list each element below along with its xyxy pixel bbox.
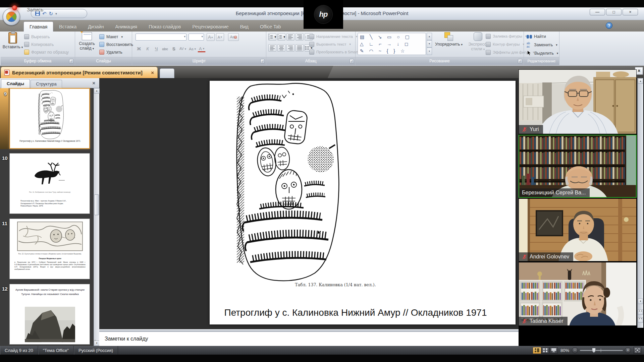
- figure-caption: Табл. 137. Калиновка (1/4 нат. вел.).: [265, 282, 406, 287]
- tab-view[interactable]: Вид: [234, 22, 254, 32]
- slide-9-thumbnail[interactable]: Петроглиф у с. Калиновка Нижний Амур // …: [9, 88, 90, 149]
- format-painter-button[interactable]: Формат по образцу: [24, 48, 69, 56]
- shapes-scroll-down[interactable]: ▼: [427, 40, 432, 48]
- tab-review[interactable]: Рецензирование: [187, 22, 234, 32]
- office-button[interactable]: [3, 8, 20, 25]
- align-right-button[interactable]: [286, 44, 294, 52]
- italic-button[interactable]: К: [144, 45, 152, 53]
- align-left-button[interactable]: [268, 44, 276, 52]
- shapes-scroll-up[interactable]: ▲: [427, 33, 432, 40]
- help-icon[interactable]: ?: [606, 22, 612, 29]
- shapes-gallery[interactable]: ▤ ╲ ↘ ▭ ○ ▢ △ ∟ ⌐ → ↓ ◻ ✎ ◠ ~ { } ☆: [358, 33, 426, 55]
- slide-sorter-view-button[interactable]: [541, 347, 549, 354]
- increase-indent-button[interactable]: [296, 33, 304, 41]
- pane-close-icon[interactable]: ×: [92, 80, 95, 86]
- text-direction-icon: [309, 34, 314, 39]
- participant-tile-tatiana[interactable]: Tatiana Kisser: [519, 262, 637, 326]
- clipboard-dialog-launcher[interactable]: ◿: [69, 59, 73, 63]
- qat-customize-icon[interactable]: ▾: [55, 12, 57, 15]
- character-spacing-button[interactable]: AV: [178, 45, 187, 53]
- slideshow-view-button[interactable]: [550, 347, 558, 354]
- slide-10-thumbnail[interactable]: Рис. 11. Изображение лося (мыс Тукур, ма…: [9, 153, 90, 214]
- slide-canvas[interactable]: Табл. 137. Калиновка (1/4 нат. вел.). Пе…: [210, 81, 516, 324]
- zoom-in-button[interactable]: +: [625, 347, 631, 353]
- tab-slideshow[interactable]: Показ слайдов: [143, 22, 186, 32]
- pane-scrollbar[interactable]: ▲ ▼: [94, 88, 99, 346]
- tab-home[interactable]: Главная: [23, 21, 53, 32]
- strikethrough-button[interactable]: abc: [161, 45, 169, 53]
- scroll-down-icon[interactable]: ▼: [638, 299, 643, 304]
- zoom-slider-track[interactable]: [580, 350, 623, 351]
- grow-font-button[interactable]: А▲: [207, 33, 215, 41]
- document-tab[interactable]: Березницкий этнопроекции [Режим совмести…: [1, 67, 158, 78]
- decrease-indent-button[interactable]: [286, 33, 294, 41]
- fit-to-window-button[interactable]: [634, 347, 641, 354]
- redo-icon[interactable]: ↻: [49, 11, 53, 16]
- shapes-more-button[interactable]: ▾: [427, 48, 432, 55]
- new-slide-button[interactable]: Создать слайд: [76, 32, 97, 51]
- maximize-button[interactable]: □: [606, 9, 622, 15]
- normal-view-button[interactable]: [533, 347, 541, 354]
- paragraph-dialog-launcher[interactable]: ◿: [350, 59, 354, 63]
- hp-logo-overlay: hp: [304, 0, 343, 29]
- font-size-select[interactable]: [189, 34, 204, 41]
- select-button[interactable]: Выделить: [527, 49, 559, 57]
- slide-11-thumbnail[interactable]: Рис. 22. Скульптурные личины в пещере «М…: [9, 219, 90, 279]
- mouse-cursor: [317, 230, 322, 236]
- notes-splitter[interactable]: [99, 329, 519, 331]
- find-button[interactable]: Найти: [527, 33, 559, 41]
- cut-button[interactable]: Вырезать: [24, 33, 69, 41]
- notes-panel[interactable]: Заметки к слайду: [99, 331, 519, 346]
- underline-button[interactable]: Ч: [152, 45, 160, 53]
- font-name-select[interactable]: [136, 34, 186, 41]
- text-shadow-button[interactable]: S: [170, 45, 178, 53]
- new-tab-stub[interactable]: [160, 68, 174, 78]
- paste-button[interactable]: Вставить: [3, 32, 22, 50]
- status-theme[interactable]: "Тема Office": [38, 346, 74, 355]
- shrink-font-button[interactable]: А▼: [216, 33, 224, 41]
- document-tab-close-icon[interactable]: ×: [151, 70, 154, 75]
- participant-tile-yuri[interactable]: Yuri: [519, 69, 637, 134]
- align-center-button[interactable]: [277, 44, 285, 52]
- justify-button[interactable]: [296, 44, 304, 52]
- ribbon: Вставить Вырезать Копировать Формат по о…: [0, 32, 644, 66]
- participant-tile-andrei[interactable]: Andrei Golovnev: [519, 198, 637, 261]
- drawing-dialog-launcher[interactable]: ◿: [518, 59, 522, 63]
- zoom-percent[interactable]: 80%: [560, 348, 569, 353]
- pane-tab-outline[interactable]: Структура: [31, 80, 62, 88]
- delete-slide-button[interactable]: Удалить: [99, 48, 133, 56]
- clear-formatting-button[interactable]: Aa: [228, 33, 239, 41]
- next-slide-icon[interactable]: ▼▼: [638, 317, 643, 323]
- replace-button[interactable]: abacЗаменить: [527, 41, 559, 49]
- status-slide-info[interactable]: Слайд 9 из 20: [0, 346, 38, 355]
- status-language[interactable]: Русский (Россия): [74, 346, 118, 355]
- tab-design[interactable]: Дизайн: [82, 22, 109, 32]
- zoom-slider-thumb[interactable]: [592, 348, 596, 353]
- previous-slide-icon[interactable]: ▲▲: [638, 309, 643, 315]
- slide-12-thumbnail[interactable]: Архив Варшавской: скала Старая орочка у …: [9, 284, 90, 345]
- format-painter-icon: [24, 50, 29, 55]
- minimize-button[interactable]: —: [590, 9, 605, 15]
- reset-slide-button[interactable]: Восстановить: [99, 41, 133, 48]
- change-case-button[interactable]: Aa: [188, 45, 197, 53]
- pane-scroll-up-icon[interactable]: ▲: [94, 88, 100, 94]
- tab-animation[interactable]: Анимация: [109, 22, 143, 32]
- pane-scroll-thumb[interactable]: [94, 194, 99, 215]
- font-dialog-launcher[interactable]: ◿: [260, 59, 265, 63]
- slide-scrollbar[interactable]: ▲ ▼ ▲▲ ▼▼: [637, 78, 643, 328]
- zoom-out-button[interactable]: −: [572, 347, 578, 353]
- tab-office-tab[interactable]: Office Tab: [254, 22, 287, 32]
- numbering-button[interactable]: [277, 33, 285, 41]
- scroll-up-icon[interactable]: ▲: [638, 78, 643, 84]
- close-button[interactable]: ×: [623, 9, 638, 15]
- arrange-button[interactable]: Упорядочить: [435, 32, 462, 47]
- bold-button[interactable]: Ж: [135, 45, 143, 53]
- participant-tile-bereznitskiy[interactable]: Березницкий Сергей Ва...: [519, 135, 637, 198]
- tab-insert[interactable]: Вставка: [53, 22, 82, 32]
- pane-tab-slides[interactable]: Слайды: [1, 79, 30, 88]
- layout-button[interactable]: Макет: [99, 33, 133, 41]
- font-color-button[interactable]: A: [198, 46, 206, 52]
- copy-button[interactable]: Копировать: [24, 41, 69, 48]
- notes-collapse-icon[interactable]: ▼: [94, 339, 96, 342]
- bullets-button[interactable]: [268, 33, 276, 41]
